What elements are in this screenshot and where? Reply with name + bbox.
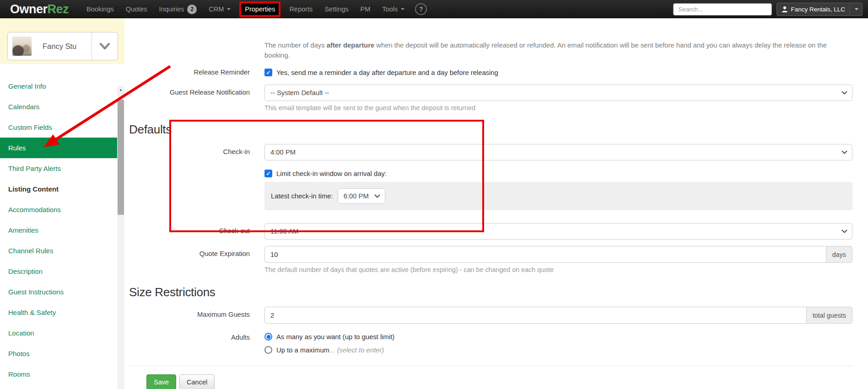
guest-release-notification-help: This email template will be sent to the … <box>264 104 852 112</box>
search-input[interactable] <box>673 3 772 16</box>
sidebar-item-description[interactable]: Description <box>0 261 117 282</box>
limit-check-in-checkbox-label: Limit check-in window on arrival day: <box>276 170 387 177</box>
sidebar-item-health-safety[interactable]: Health & Safety <box>0 302 117 323</box>
maximum-guests-row: Maximum Guests total guests <box>129 307 852 324</box>
ownerrez-logo[interactable]: OwnerRez <box>10 2 69 16</box>
maximum-guests-addon: total guests <box>807 307 852 324</box>
sidebar-item-location[interactable]: Location <box>0 323 117 343</box>
note-bold-text: after departure <box>327 42 374 49</box>
check-out-select[interactable]: 11:00 AM <box>264 223 852 240</box>
defaults-heading: Defaults <box>129 123 852 137</box>
nav-item-tools[interactable]: Tools <box>376 0 410 18</box>
account-caret-button[interactable] <box>850 3 863 16</box>
nav-item-reports[interactable]: Reports <box>283 0 318 18</box>
adults-option-maximum-hint: ... (select to enter) <box>329 346 384 354</box>
check-in-row: Check-in 4:00 PM <box>129 144 852 160</box>
sidebar-header-listing-content: Listing Content <box>0 179 117 199</box>
sidebar-item-channel-rules[interactable]: Channel Rules <box>0 240 117 261</box>
adults-option-maximum-text: Up to a maximum <box>276 346 329 354</box>
nav-item-quotes[interactable]: Quotes <box>120 0 153 18</box>
guest-release-notification-label: Guest Release Notification <box>129 85 250 96</box>
scroll-up-icon[interactable]: ▲ <box>117 86 124 93</box>
checkbox-checked-icon[interactable]: ✓ <box>264 170 272 177</box>
latest-check-in-value: 6:00 PM <box>344 192 369 200</box>
nav-item-crm-label: CRM <box>209 0 224 18</box>
chevron-down-icon <box>227 8 231 10</box>
property-selector-caret[interactable] <box>92 43 118 50</box>
nav-item-pm[interactable]: PM <box>355 0 377 18</box>
help-icon[interactable]: ? <box>415 3 427 15</box>
spacer <box>129 169 250 173</box>
spacer <box>129 182 250 186</box>
sidebar-item-rules[interactable]: Rules <box>0 138 117 158</box>
release-reminder-checkbox[interactable]: ✓ Yes, send me a reminder a day after de… <box>264 68 852 76</box>
sidebar-item-custom-fields[interactable]: Custom Fields <box>0 117 117 138</box>
chevron-down-icon <box>374 194 380 198</box>
sidebar-item-calendars[interactable]: Calendars <box>0 96 117 117</box>
chevron-down-icon <box>401 8 404 10</box>
top-navbar: OwnerRez Bookings Quotes Inquiries 2 CRM… <box>0 0 868 18</box>
latest-check-in-select[interactable]: 6:00 PM <box>338 188 385 204</box>
adults-row: Adults As many as you want (up to guest … <box>129 333 852 354</box>
size-restrictions-heading: Size Restrictions <box>129 285 852 299</box>
sidebar-scrollbar[interactable]: ▲ ▼ <box>117 86 124 389</box>
quote-expiration-help: The default number of days that quotes a… <box>264 266 852 273</box>
guest-release-notification-select[interactable]: -- System Default -- <box>264 85 852 101</box>
sidebar-item-third-party-alerts[interactable]: Third Party Alerts <box>0 158 117 179</box>
release-reminder-row: Release Reminder ✓ Yes, send me a remind… <box>129 68 852 76</box>
guest-release-notification-value: -- System Default -- <box>270 89 329 96</box>
chevron-down-icon <box>841 229 847 233</box>
chevron-down-icon <box>99 43 110 50</box>
sidebar-item-photos[interactable]: Photos <box>0 343 117 364</box>
chevron-down-icon <box>841 150 847 154</box>
nav-item-settings[interactable]: Settings <box>318 0 354 18</box>
note-text: The number of days <box>264 42 327 49</box>
maximum-guests-input[interactable] <box>264 307 807 324</box>
check-in-value: 4:00 PM <box>270 149 296 156</box>
check-in-select[interactable]: 4:00 PM <box>264 144 852 160</box>
nav-item-inquiries[interactable]: Inquiries 2 <box>153 0 203 18</box>
user-icon <box>782 6 788 12</box>
content-area: Fancy Stu General Info Calendars Custom … <box>0 18 868 389</box>
ownerrez-app: OwnerRez Bookings Quotes Inquiries 2 CRM… <box>0 0 868 389</box>
nav-item-properties[interactable]: Properties <box>239 1 280 17</box>
account-button[interactable]: Fancy Rentals, LLC <box>776 3 850 16</box>
nav-item-crm[interactable]: CRM <box>203 0 237 18</box>
sidebar-item-accommodations[interactable]: Accommodations <box>0 199 117 220</box>
adults-option-unlimited-label: As many as you want (up to guest limit) <box>276 333 394 341</box>
chevron-down-icon <box>855 8 858 10</box>
property-name: Fancy Stu <box>43 42 92 51</box>
deposit-release-note: The number of days after departure when … <box>264 40 852 60</box>
adults-option-maximum[interactable]: Up to a maximum... (select to enter) <box>264 346 852 354</box>
radio-unselected-icon[interactable] <box>264 346 272 354</box>
chevron-down-icon <box>841 91 847 95</box>
sidebar-item-guest-instructions[interactable]: Guest Instructions <box>0 282 117 302</box>
check-out-row: Check-out 11:00 AM <box>129 223 852 240</box>
sidebar-nav: General Info Calendars Custom Fields Rul… <box>0 64 117 384</box>
navbar-right: Fancy Rentals, LLC <box>673 3 863 16</box>
sidebar-item-amenities[interactable]: Amenities <box>0 220 117 240</box>
release-reminder-label: Release Reminder <box>129 68 250 76</box>
checkbox-checked-icon[interactable]: ✓ <box>264 69 272 76</box>
maximum-guests-input-group: total guests <box>264 307 852 324</box>
adults-option-unlimited[interactable]: As many as you want (up to guest limit) <box>264 333 852 341</box>
save-button[interactable]: Save <box>146 374 176 389</box>
logo-owner-text: Owner <box>10 2 48 16</box>
sidebar-item-general-info[interactable]: General Info <box>0 76 117 96</box>
account-name: Fancy Rentals, LLC <box>791 6 845 13</box>
release-reminder-checkbox-label: Yes, send me a reminder a day after depa… <box>276 69 498 76</box>
quote-expiration-input[interactable] <box>264 246 826 263</box>
cancel-button[interactable]: Cancel <box>179 374 215 389</box>
latest-check-in-row: Latest check-in time: 6:00 PM <box>129 182 852 210</box>
nav-item-bookings[interactable]: Bookings <box>81 0 120 18</box>
sidebar-item-rooms[interactable]: Rooms <box>0 364 117 384</box>
nav-item-inquiries-label: Inquiries <box>159 0 184 18</box>
radio-selected-icon[interactable] <box>264 333 272 341</box>
limit-check-in-row: ✓ Limit check-in window on arrival day: <box>129 169 852 177</box>
scrollbar-thumb[interactable] <box>118 100 124 215</box>
limit-check-in-checkbox[interactable]: ✓ Limit check-in window on arrival day: <box>264 169 852 177</box>
latest-check-in-label: Latest check-in time: <box>271 192 333 200</box>
property-selector[interactable]: Fancy Stu <box>7 32 118 60</box>
quote-expiration-label: Quote Expiration <box>129 246 250 257</box>
quote-expiration-addon: days <box>826 246 852 263</box>
